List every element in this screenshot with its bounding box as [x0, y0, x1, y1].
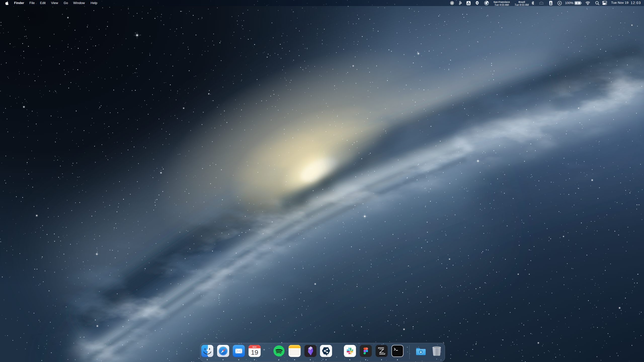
svg-text:19: 19 — [251, 349, 258, 356]
svg-text:NOV: NOV — [252, 346, 256, 348]
